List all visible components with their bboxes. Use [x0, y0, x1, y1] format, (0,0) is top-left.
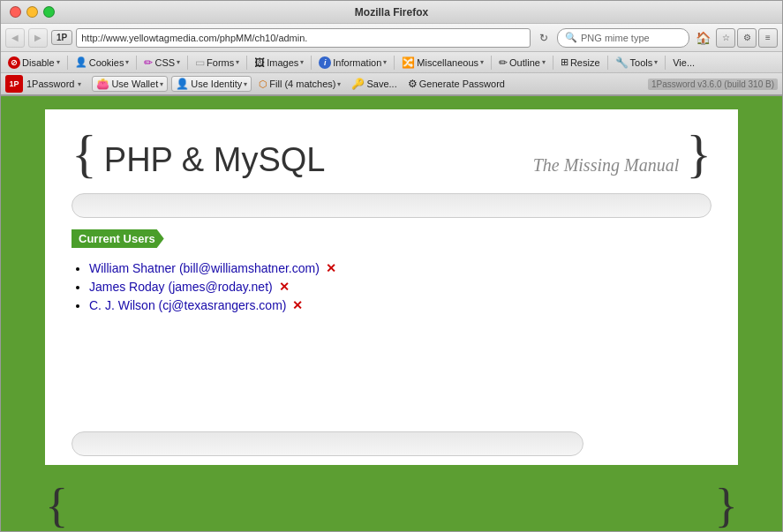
resize-icon: ⊞: [561, 56, 568, 68]
css-arrow: ▾: [177, 58, 180, 66]
fill-btn[interactable]: ⬡ Fill (4 matches) ▾: [255, 78, 344, 91]
resize-btn[interactable]: ⊞ Resize: [558, 56, 603, 69]
save-btn[interactable]: 🔑 Save...: [348, 77, 400, 91]
footer-curly-left: {: [45, 481, 68, 529]
images-btn[interactable]: 🖼 Images ▾: [252, 56, 306, 70]
use-identity-btn[interactable]: 👤 Use Identity ▾: [171, 76, 252, 92]
minimize-button[interactable]: [26, 6, 38, 18]
cookies-icon: 👤: [75, 56, 87, 68]
close-button[interactable]: [10, 6, 21, 18]
search-section: [45, 189, 738, 222]
information-btn[interactable]: i Information ▾: [316, 56, 389, 70]
navbar: ◀ ▶ 1P http://www.yellowtagmedia.com/php…: [1, 24, 782, 52]
open-curly-header: {: [72, 127, 97, 180]
save-icon: 🔑: [351, 78, 365, 90]
information-icon: i: [319, 56, 331, 69]
identity-icon: 👤: [176, 78, 189, 90]
forms-btn[interactable]: ▭ Forms ▾: [192, 56, 242, 70]
user-link-3[interactable]: C. J. Wilson (cj@texasrangers.com): [89, 298, 286, 312]
images-arrow: ▾: [300, 58, 304, 66]
search-bar[interactable]: 🔍 PNG mime type: [557, 28, 689, 48]
view-btn[interactable]: Vie...: [670, 56, 697, 69]
tools-menu-arrow: ▾: [654, 58, 658, 66]
page-header: { PHP & MySQL The Missing Manual }: [45, 109, 738, 189]
onep-version: 1Password v3.6.0 (build 310 B): [648, 79, 778, 90]
users-label-wrap: Current Users: [45, 222, 738, 252]
disable-btn[interactable]: ⊘ Disable ▾: [5, 56, 63, 70]
wallet-arrow: ▾: [160, 80, 163, 88]
window-controls: [10, 6, 55, 18]
forms-arrow: ▾: [236, 58, 239, 66]
footer-search-box[interactable]: [72, 431, 583, 456]
bottom-section: { }: [1, 478, 782, 531]
window-title: Mozilla Firefox: [355, 6, 428, 19]
page-title: PHP & MySQL: [104, 141, 326, 179]
fill-arrow: ▾: [337, 80, 341, 88]
sep1: [67, 56, 68, 70]
disable-arrow: ▾: [56, 58, 60, 66]
titlebar: Mozilla Firefox: [1, 1, 782, 24]
information-arrow: ▾: [383, 58, 387, 66]
header-left: { PHP & MySQL: [72, 127, 325, 180]
search-icon: 🔍: [565, 32, 577, 43]
cookies-btn[interactable]: 👤 Cookies ▾: [72, 56, 132, 69]
onep-toolbar: 1P 1Password ▾ 👛 Use Wallet ▾ 👤 Use Iden…: [1, 73, 782, 96]
sep6: [394, 56, 395, 70]
css-icon: ✏: [144, 56, 153, 69]
maximize-button[interactable]: [43, 6, 55, 18]
use-wallet-btn[interactable]: 👛 Use Wallet ▾: [92, 76, 168, 92]
address-text: http://www.yellowtagmedia.com/phpMM/ch10…: [81, 33, 307, 43]
sep2: [136, 56, 137, 70]
delete-user-2[interactable]: ✕: [279, 280, 290, 294]
onep-brand: 1Password: [26, 79, 74, 89]
misc-btn[interactable]: 🔀 Miscellaneous ▾: [399, 56, 486, 70]
page-subtitle: The Missing Manual: [533, 155, 680, 176]
reload-button[interactable]: ↻: [534, 28, 553, 48]
more-button[interactable]: ≡: [758, 28, 778, 48]
delete-user-3[interactable]: ✕: [292, 298, 303, 312]
content-area: { PHP & MySQL The Missing Manual } Curre…: [45, 109, 738, 465]
onep-nav-button[interactable]: 1P: [51, 30, 72, 45]
user-link-1[interactable]: William Shatner (bill@williamshatner.com…: [89, 261, 320, 275]
outline-arrow: ▾: [542, 58, 546, 66]
user-link-2[interactable]: James Roday (james@roday.net): [89, 280, 273, 294]
onep-brand-arrow: ▾: [78, 80, 81, 88]
misc-icon: 🔀: [402, 56, 415, 69]
list-item: C. J. Wilson (cj@texasrangers.com) ✕: [89, 298, 694, 312]
page-content: { PHP & MySQL The Missing Manual } Curre…: [1, 96, 782, 531]
page-footer: [45, 423, 738, 465]
search-placeholder: PNG mime type: [581, 33, 650, 43]
wallet-icon: 👛: [96, 78, 109, 90]
outline-btn[interactable]: ✏ Outline ▾: [496, 56, 548, 70]
users-label: Current Users: [72, 229, 164, 248]
search-box[interactable]: [72, 193, 711, 218]
outline-icon: ✏: [499, 56, 508, 69]
css-btn[interactable]: ✏ CSS ▾: [141, 56, 183, 70]
forms-icon: ▭: [195, 56, 205, 69]
sep3: [187, 56, 188, 70]
onep-logo: 1P: [5, 75, 23, 93]
sep5: [311, 56, 312, 70]
sep7: [491, 56, 492, 70]
footer-curly-right: }: [715, 481, 738, 529]
forward-button[interactable]: ▶: [28, 28, 48, 48]
user-list: William Shatner (bill@williamshatner.com…: [45, 252, 738, 321]
back-button[interactable]: ◀: [5, 28, 25, 48]
cookies-arrow: ▾: [125, 58, 129, 66]
close-curly-header: }: [686, 127, 711, 180]
dev-toolbar: ⊘ Disable ▾ 👤 Cookies ▾ ✏ CSS ▾ ▭ Forms …: [1, 52, 782, 73]
delete-user-1[interactable]: ✕: [326, 261, 336, 275]
tools-menu-btn[interactable]: 🔧 Tools ▾: [613, 56, 661, 70]
sep8: [553, 56, 553, 70]
generate-btn[interactable]: ⚙ Generate Password: [404, 77, 508, 91]
address-bar[interactable]: http://www.yellowtagmedia.com/phpMM/ch10…: [76, 28, 531, 48]
bookmark-button[interactable]: ☆: [716, 28, 735, 48]
tools-button[interactable]: ⚙: [737, 28, 757, 48]
sep10: [665, 56, 666, 70]
tools-menu-icon: 🔧: [615, 56, 629, 69]
extra-buttons: ☆ ⚙ ≡: [716, 28, 778, 48]
generate-icon: ⚙: [408, 78, 418, 90]
identity-arrow: ▾: [244, 80, 247, 88]
list-item: James Roday (james@roday.net) ✕: [89, 280, 694, 294]
home-button[interactable]: 🏠: [693, 28, 712, 48]
